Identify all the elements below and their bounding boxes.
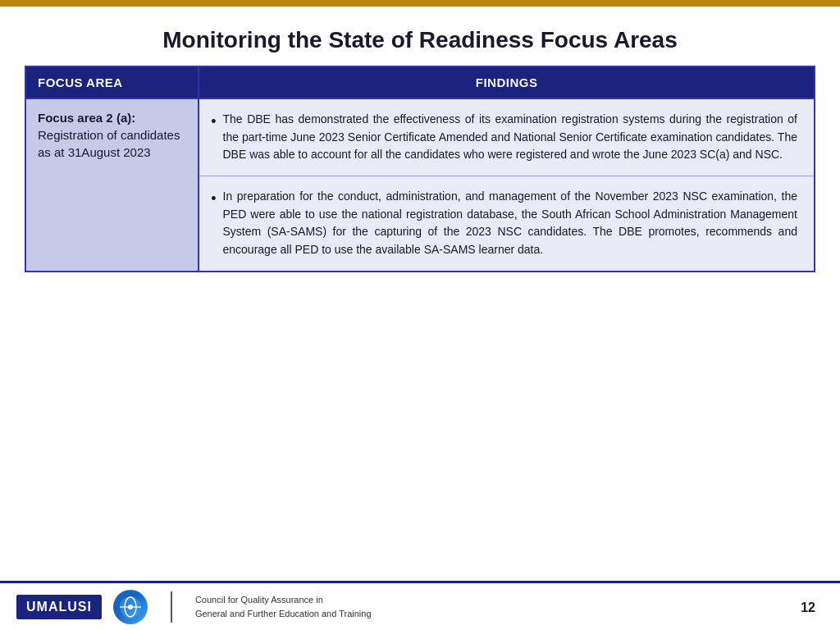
findings-cell: • The DBE has demonstrated the effective… <box>199 99 814 271</box>
page-title: Monitoring the State of Readiness Focus … <box>25 15 815 66</box>
footer-council-text: Council for Quality Assurance in General… <box>195 593 372 620</box>
finding-text-1: The DBE has demonstrated the effectivene… <box>223 111 797 164</box>
bullet-1: • <box>211 112 216 164</box>
main-container: Monitoring the State of Readiness Focus … <box>0 7 840 281</box>
finding-text-2: In preparation for the conduct, administ… <box>223 188 797 259</box>
table-body-row: Focus area 2 (a): Registration of candid… <box>26 98 814 271</box>
umalusi-logo-text: UMALUSI <box>16 595 102 619</box>
finding-item-1: • The DBE has demonstrated the effective… <box>199 99 814 176</box>
focus-area-title: Focus area 2 (a): <box>38 111 186 125</box>
bullet-2: • <box>211 189 216 259</box>
finding-item-2: • In preparation for the conduct, admini… <box>199 176 814 271</box>
main-table: FOCUS AREA FINDINGS Focus area 2 (a): Re… <box>25 66 815 272</box>
umalusi-logo-icon <box>113 590 148 624</box>
footer-divider <box>171 591 172 623</box>
footer: UMALUSI Council for Quality Assurance in… <box>0 581 840 630</box>
focus-area-subtitle: Registration of candidates <box>38 128 186 142</box>
umalusi-emblem-icon <box>119 596 142 619</box>
page-number: 12 <box>801 600 815 615</box>
focus-area-date: as at 31August 2023 <box>38 145 186 159</box>
top-bar <box>0 0 840 7</box>
focus-area-cell: Focus area 2 (a): Registration of candid… <box>26 99 199 271</box>
col-focus-area-header: FOCUS AREA <box>26 67 199 98</box>
table-header-row: FOCUS AREA FINDINGS <box>26 67 814 98</box>
svg-point-3 <box>128 605 133 609</box>
col-findings-header: FINDINGS <box>199 67 814 98</box>
footer-logo-area: UMALUSI Council for Quality Assurance in… <box>16 590 372 624</box>
